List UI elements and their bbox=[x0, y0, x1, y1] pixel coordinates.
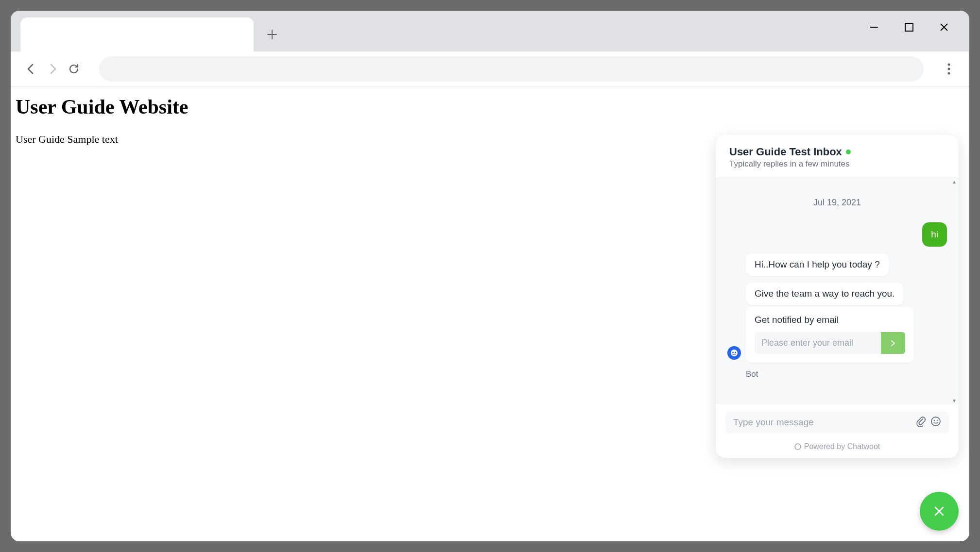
emoji-icon bbox=[930, 416, 941, 427]
chat-input-row bbox=[725, 411, 949, 434]
forward-button[interactable] bbox=[42, 58, 63, 80]
page-content: User Guide Website User Guide Sample tex… bbox=[11, 86, 969, 541]
chat-widget: User Guide Test Inbox Typically replies … bbox=[716, 135, 959, 458]
date-divider: Jul 19, 2021 bbox=[727, 198, 947, 208]
reload-icon bbox=[68, 63, 80, 75]
message-row-bot: Give the team a way to reach you. bbox=[727, 283, 947, 305]
chat-close-fab[interactable] bbox=[920, 492, 959, 531]
device-frame: User Guide Website User Guide Sample tex… bbox=[0, 0, 980, 552]
svg-point-8 bbox=[934, 420, 935, 421]
window-controls bbox=[868, 21, 950, 33]
new-tab-button[interactable] bbox=[262, 25, 282, 44]
svg-point-5 bbox=[732, 352, 734, 353]
email-card-row: Get notified by email bbox=[727, 307, 947, 363]
maximize-icon bbox=[904, 22, 914, 32]
chat-body[interactable]: ▲ Jul 19, 2021 hi Hi..How can I help you… bbox=[716, 178, 959, 404]
bot-avatar bbox=[727, 346, 741, 360]
dots-vertical-icon bbox=[947, 63, 950, 75]
browser-menu-button[interactable] bbox=[938, 58, 960, 80]
attachment-button[interactable] bbox=[916, 416, 926, 429]
svg-point-3 bbox=[948, 72, 950, 74]
message-row-bot: Hi..How can I help you today ? bbox=[727, 253, 947, 276]
arrow-right-icon bbox=[46, 63, 59, 75]
browser-toolbar bbox=[11, 51, 969, 86]
browser-tab[interactable] bbox=[20, 17, 254, 51]
svg-point-10 bbox=[795, 444, 801, 450]
powered-by-text: Powered by Chatwoot bbox=[804, 442, 880, 451]
plus-icon bbox=[267, 29, 277, 40]
email-card-title: Get notified by email bbox=[755, 315, 905, 325]
user-message-bubble: hi bbox=[922, 222, 947, 247]
email-input[interactable] bbox=[755, 332, 881, 354]
close-icon bbox=[939, 22, 949, 33]
page-title: User Guide Website bbox=[16, 95, 964, 118]
tab-bar bbox=[11, 11, 969, 51]
powered-by[interactable]: Powered by Chatwoot bbox=[716, 437, 959, 458]
svg-point-2 bbox=[948, 67, 950, 70]
bot-message-bubble: Give the team a way to reach you. bbox=[746, 283, 903, 305]
emoji-button[interactable] bbox=[930, 416, 941, 429]
reload-button[interactable] bbox=[63, 58, 85, 80]
close-window-button[interactable] bbox=[938, 21, 950, 33]
svg-rect-0 bbox=[905, 23, 913, 31]
minimize-icon bbox=[869, 22, 879, 33]
svg-point-6 bbox=[735, 352, 736, 353]
svg-point-7 bbox=[931, 417, 940, 426]
email-input-row bbox=[755, 332, 905, 354]
chat-inbox-name: User Guide Test Inbox bbox=[729, 146, 842, 158]
email-card: Get notified by email bbox=[746, 307, 914, 363]
browser-window: User Guide Website User Guide Sample tex… bbox=[11, 11, 969, 541]
chevron-right-icon bbox=[890, 340, 896, 347]
svg-point-4 bbox=[731, 350, 738, 356]
minimize-button[interactable] bbox=[868, 21, 880, 33]
bot-name-label: Bot bbox=[746, 369, 947, 379]
chat-message-input[interactable] bbox=[733, 417, 911, 428]
bot-message-bubble: Hi..How can I help you today ? bbox=[746, 253, 889, 276]
maximize-button[interactable] bbox=[903, 21, 915, 33]
online-status-icon bbox=[846, 150, 851, 154]
svg-point-9 bbox=[937, 420, 938, 421]
close-icon bbox=[932, 504, 946, 518]
back-button[interactable] bbox=[20, 58, 42, 80]
chatwoot-logo-icon bbox=[794, 443, 801, 450]
email-submit-button[interactable] bbox=[881, 332, 905, 354]
message-row-user: hi bbox=[727, 222, 947, 247]
chat-title-row: User Guide Test Inbox bbox=[729, 146, 945, 158]
address-bar[interactable] bbox=[99, 56, 924, 82]
arrow-left-icon bbox=[25, 63, 37, 75]
chat-subtitle: Typically replies in a few minutes bbox=[729, 159, 945, 169]
chat-header: User Guide Test Inbox Typically replies … bbox=[716, 135, 959, 178]
bot-icon bbox=[730, 349, 738, 357]
paperclip-icon bbox=[916, 416, 926, 427]
scroll-up-icon[interactable]: ▲ bbox=[952, 179, 957, 184]
svg-point-1 bbox=[948, 63, 950, 66]
scroll-down-icon[interactable]: ▼ bbox=[952, 398, 957, 403]
chat-input-area bbox=[716, 404, 959, 437]
